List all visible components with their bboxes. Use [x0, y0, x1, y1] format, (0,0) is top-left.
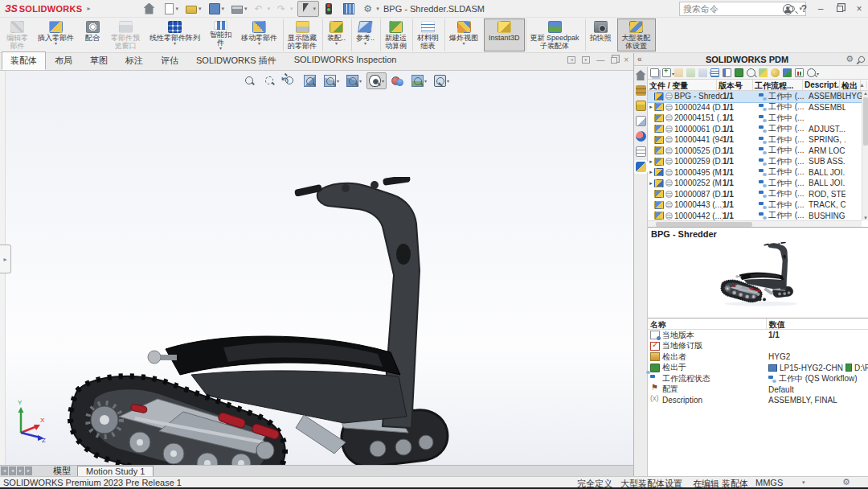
dropdown-caret-icon[interactable]: ▾ — [219, 47, 222, 51]
tree-row[interactable]: 10000525 (D... 1/1 工作中 (... ARM LOC... — [648, 146, 862, 157]
expand-arrow-icon[interactable]: ▸ — [648, 169, 654, 175]
search-icon[interactable]: ▾ — [807, 68, 816, 77]
tab-model[interactable]: 模型 — [47, 465, 77, 477]
file-name[interactable]: 10000252 (M... — [674, 179, 723, 187]
file-name[interactable]: 10000442 (...) — [674, 212, 723, 220]
file-name[interactable]: 10000087 (D... — [674, 190, 723, 199]
column-version[interactable]: 版本号 — [717, 80, 753, 90]
get-version-icon[interactable]: ▾ — [698, 68, 707, 77]
command-tab[interactable]: 装配体 — [2, 51, 46, 70]
tree-vertical-scrollbar[interactable]: ▲ ▼ — [862, 91, 868, 220]
view-settings-icon[interactable]: ▾ — [432, 72, 452, 89]
file-name[interactable]: BPG - Shredder (... — [674, 92, 723, 101]
move-component[interactable]: 移动零部件 ▾ — [236, 18, 282, 51]
linear-pattern[interactable]: 线性零部件阵列 ▾ — [145, 18, 205, 51]
options-gear-icon[interactable]: ▾ — [360, 1, 383, 17]
tab-nav-arrow-icon[interactable]: ▸ — [25, 466, 32, 475]
expand-arrow-icon[interactable]: ▸ — [648, 104, 654, 110]
dropdown-caret-icon[interactable]: ▾ — [313, 6, 317, 12]
edit-appearance-icon[interactable] — [389, 72, 407, 89]
tree-row[interactable]: 10000441 (94... 1/1 工作中 (... SPRING, ... — [648, 134, 862, 146]
command-tab[interactable]: SOLIDWORKS Inspection — [285, 51, 406, 70]
dropdown-caret-icon[interactable]: ▾ — [335, 42, 338, 46]
bom-icon[interactable] — [710, 68, 719, 77]
dropdown-caret-icon[interactable]: ▾ — [199, 6, 202, 12]
component-preview[interactable]: 零部件预 览窗口 — [106, 18, 145, 51]
pane-right-icon[interactable]: ▸ — [582, 56, 590, 64]
tree-row[interactable]: ▸ 10000252 (M... 1/1 工作中 (... BALL JOI..… — [648, 178, 862, 189]
undo-icon[interactable]: ▾ — [252, 1, 274, 17]
pane-left-icon[interactable]: ◂ — [567, 56, 575, 64]
doc-minimize-button[interactable]: — — [596, 55, 604, 64]
dropdown-caret-icon[interactable]: ▾ — [382, 78, 384, 84]
scroll-down-icon[interactable]: ▼ — [862, 216, 868, 220]
dropdown-caret-icon[interactable]: ▾ — [258, 42, 260, 46]
smart-fasteners[interactable]: 智能扣 件 ▾ — [205, 18, 236, 51]
collapse-panel-icon[interactable]: « — [637, 55, 649, 64]
dropdown-caret-icon[interactable]: ▾ — [463, 42, 465, 46]
tab-nav-arrow-icon[interactable]: ▸ — [17, 466, 24, 475]
minimize-button[interactable]: – — [815, 3, 826, 14]
file-name[interactable]: 10000244 (D... — [674, 103, 723, 112]
command-tab[interactable]: 评估 — [152, 51, 187, 70]
assembly-features[interactable]: 装配.. ▾ — [322, 18, 350, 51]
copy-icon[interactable] — [650, 68, 659, 77]
tree-row[interactable]: BPG - Shredder (... 1/1 工作中 (... ASSEMBL… — [648, 91, 862, 102]
scrollbar-thumb[interactable] — [863, 97, 868, 146]
feature-manager-collapsed-tab[interactable]: ▸ — [0, 244, 11, 273]
tab-nav-arrow-icon[interactable]: ◂ — [9, 466, 16, 475]
rebuild-icon[interactable] — [320, 1, 339, 17]
file-name[interactable]: 200004151 (... — [674, 113, 723, 122]
open-icon[interactable]: ▾ — [182, 1, 205, 17]
custom-properties-icon[interactable] — [636, 146, 646, 157]
file-name[interactable]: 10000443 (...) — [674, 200, 723, 209]
scroll-up-icon[interactable]: ▲ — [862, 91, 868, 96]
bom[interactable]: 材料明 细表 — [412, 18, 444, 51]
check-out-icon[interactable] — [674, 68, 683, 77]
view-palette-icon[interactable] — [636, 116, 646, 126]
menu-expand-icon[interactable]: ▸ — [88, 5, 91, 12]
units-dropdown-icon[interactable]: ▾ — [802, 479, 805, 486]
tree-row[interactable]: ▸ 10000244 (D... 1/1 工作中 (... ASSEMBL... — [648, 102, 862, 113]
dropdown-caret-icon[interactable]: ▾ — [55, 42, 57, 46]
dropdown-caret-icon[interactable]: ▾ — [447, 78, 449, 84]
print-icon[interactable]: ▾ — [228, 1, 251, 17]
dropdown-caret-icon[interactable]: ▾ — [337, 78, 339, 84]
tab-motion-study[interactable]: Motion Study 1 — [77, 466, 154, 476]
file-name[interactable]: 10000441 (94... — [674, 135, 723, 144]
preview-icon[interactable] — [747, 68, 755, 77]
snapshot[interactable]: 拍快照 — [585, 18, 616, 51]
update-speedpak[interactable]: 更新 Speedpak 子装配体 — [526, 18, 584, 51]
account-icon[interactable] — [783, 4, 793, 14]
command-tab[interactable]: 标注 — [117, 51, 152, 70]
display-settings-icon[interactable] — [340, 1, 359, 17]
scroll-up-icon[interactable]: ▲ — [858, 81, 867, 88]
resources-home-icon[interactable] — [636, 70, 646, 80]
save-icon[interactable]: ▾ — [206, 1, 228, 17]
mate[interactable]: 配合 — [79, 18, 106, 51]
show-hidden[interactable]: 显示隐藏 的零部件 — [283, 18, 321, 51]
doc-close-button[interactable]: × — [624, 55, 628, 64]
insert-component[interactable]: 插入零部件 ▾ — [33, 18, 79, 51]
apply-scene-icon[interactable]: ▾ — [409, 72, 429, 89]
expand-arrow-icon[interactable]: ▸ — [648, 158, 654, 165]
expand-arrow-icon[interactable]: ▸ — [648, 180, 654, 187]
tree-row[interactable]: 10000087 (D... 1/1 工作中 (... ROD, STE... — [648, 189, 862, 200]
zoom-fit-icon[interactable] — [241, 72, 259, 89]
new-document-icon[interactable]: ▾ — [161, 1, 182, 17]
close-button[interactable]: × — [854, 3, 865, 14]
dropdown-caret-icon[interactable]: ▾ — [222, 6, 225, 12]
select-cursor-icon[interactable]: ▾ — [297, 1, 320, 17]
display-style-icon[interactable]: ▾ — [344, 72, 364, 89]
design-library-icon[interactable] — [636, 85, 646, 96]
dropdown-caret-icon[interactable]: ▾ — [244, 6, 248, 12]
file-name[interactable]: 10000495 (M... — [674, 168, 723, 177]
tree-row[interactable]: 200004151 (... 1/1 工作中 (... — [648, 113, 862, 124]
restore-button[interactable] — [834, 3, 845, 14]
section-view-icon[interactable] — [301, 72, 319, 89]
file-explorer-icon[interactable] — [636, 101, 646, 111]
solidworks-logo[interactable]: ЗS SOLIDWORKS ▸ — [0, 3, 96, 14]
report-icon[interactable] — [795, 68, 804, 77]
dropdown-caret-icon[interactable]: ▾ — [424, 78, 427, 84]
tree-row[interactable]: 10000442 (...) 1/1 工作中 (... BUSHING... — [648, 211, 862, 222]
